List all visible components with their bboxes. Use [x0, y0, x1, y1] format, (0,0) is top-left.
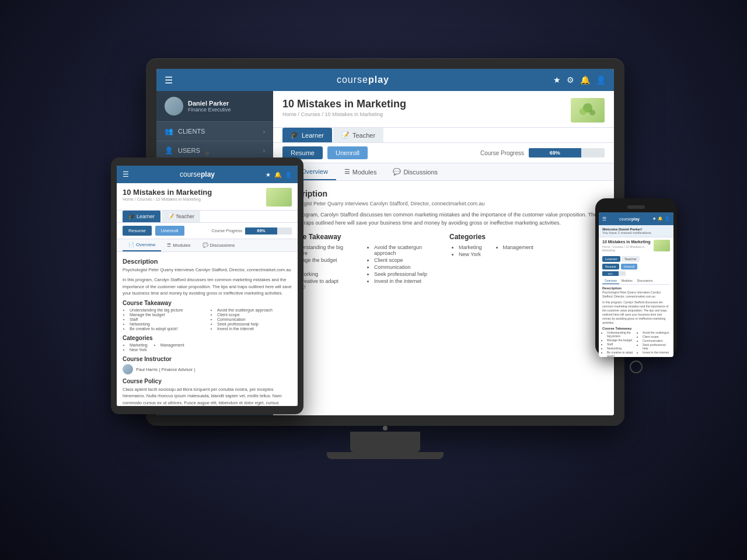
overview-label: Overview	[301, 168, 328, 175]
mobile-star-icon[interactable]: ★	[652, 216, 656, 221]
tablet-discussions-icon: 💬	[203, 243, 208, 248]
tablet-instructor-title: Course Instructor	[123, 356, 292, 362]
description-text: In this program, Carolyn Stafford discus…	[282, 211, 605, 227]
mobile-takeaway-item: Invest in the internet	[643, 351, 670, 354]
mobile-tab-learner[interactable]: Learner	[602, 256, 620, 262]
tablet-tab-teacher[interactable]: 📝 Teacher	[162, 211, 200, 222]
modules-label: Modules	[352, 169, 377, 176]
tablet-sub-tab-modules[interactable]: ☰ Modules	[161, 239, 196, 251]
tablet-cat-item: New York	[130, 348, 148, 352]
mobile-sub-tab-modules[interactable]: Modules	[619, 278, 635, 284]
description-title: Description	[282, 189, 605, 198]
teacher-icon: 📝	[341, 131, 350, 139]
tab-teacher[interactable]: 📝 Teacher	[333, 128, 383, 142]
course-title: 10 Mistakes in Marketing	[282, 98, 406, 110]
tablet-course-info: 10 Mistakes in Marketing Home / Courses …	[123, 188, 212, 201]
mobile-progress-fill: 69%	[602, 271, 619, 276]
clients-label: CLIENTS	[178, 128, 205, 135]
monitor-camera	[383, 426, 388, 430]
mobile-description-title: Description	[602, 286, 670, 290]
mobile-takeaway-item: Communication	[643, 339, 670, 342]
progress-bar: 69%	[529, 148, 605, 158]
monitor-stand	[350, 432, 420, 452]
tablet-camera	[205, 152, 209, 155]
takeaway-title: Course Takeaway	[282, 233, 438, 241]
tablet-instructor-avatar	[123, 364, 133, 374]
progress-text: 69%	[550, 150, 560, 156]
tablet-description-subtitle: Psychologist Peter Quarry interviews Car…	[123, 267, 292, 273]
tablet-overview-label: Overview	[136, 242, 155, 247]
tablet-takeaway-item: Invest in the internet	[217, 327, 292, 331]
sub-tab-modules[interactable]: ☰ Modules	[336, 163, 385, 180]
tablet-sub-tab-discussions[interactable]: 💬 Discussions	[197, 239, 241, 251]
tablet-takeaway-item: Avoid the scattergun approach	[217, 308, 292, 312]
tablet-takeaway-col2: Avoid the scattergun approach Client sco…	[210, 308, 292, 331]
avatar-image	[165, 97, 183, 116]
mobile-takeaway-item: Avoid the scattergun	[643, 331, 670, 334]
mobile-user-icon[interactable]: 👤	[665, 216, 670, 221]
star-icon[interactable]: ★	[553, 75, 561, 85]
tablet-categories-col: Marketing New York Management	[123, 343, 292, 352]
user-icon[interactable]: 👤	[596, 75, 606, 85]
mobile-sub-tab-overview[interactable]: Overview	[602, 278, 619, 284]
tablet-takeaway-item: Staff	[130, 317, 204, 321]
mobile-hamburger-icon[interactable]: ☰	[602, 216, 606, 222]
tab-learner[interactable]: 🎓 Learner	[282, 128, 332, 142]
app-header: ☰ courseplay ★ ⚙ 🔔 👤	[156, 69, 614, 91]
tablet-content: Description Psychologist Peter Quarry in…	[117, 252, 298, 406]
unenroll-button[interactable]: Unenroll	[327, 146, 368, 159]
categories-list-2: Management	[494, 244, 534, 258]
mobile-notification: Welcome Daniel Parker! You have 2 missed…	[599, 225, 673, 237]
tablet-unenroll-button[interactable]: Unenroll	[155, 226, 184, 236]
tablet-takeaway-col1: Understanding the big picture Manage the…	[123, 308, 204, 331]
cat-item: Management	[503, 244, 534, 250]
content-area: Description Psychologist Peter Quarry in…	[273, 181, 614, 415]
tablet-hamburger-icon[interactable]: ☰	[123, 170, 129, 178]
tablet-modules-icon: ☰	[167, 243, 171, 248]
thumb-image	[571, 98, 605, 123]
tablet-instructor-name: Paul Harris ( Finance Advisor )	[136, 367, 196, 372]
mobile-tab-bar: Learner Teacher	[602, 256, 670, 262]
hamburger-icon[interactable]: ☰	[165, 75, 173, 86]
course-info: 10 Mistakes in Marketing Home / Courses …	[282, 98, 406, 117]
mobile-sub-tab-discussions[interactable]: Discussions	[635, 278, 655, 284]
mobile-takeaway-item: Networking	[607, 346, 634, 350]
progress-section: Course Progress 69%	[480, 148, 605, 158]
notification-icon[interactable]: 🔔	[580, 75, 590, 85]
tablet-progress-fill: 69%	[245, 228, 277, 235]
sidebar-item-clients[interactable]: 👥 CLIENTS ›	[156, 122, 273, 141]
tablet-teacher-label: Teacher	[176, 214, 194, 219]
tablet-takeaway-item: Communication	[217, 317, 292, 321]
tablet-progress-text: 69%	[257, 229, 266, 233]
cat-item: New York	[459, 251, 482, 257]
tablet-policy-title: Course Policy	[123, 378, 292, 384]
main-content: 10 Mistakes in Marketing Home / Courses …	[273, 91, 614, 415]
tablet-takeaway-item: Understanding the big picture	[130, 308, 204, 312]
tablet-resume-button[interactable]: Resume	[123, 226, 152, 236]
tablet-tab-learner[interactable]: 🎓 Learner	[123, 211, 160, 222]
mobile-device: ☰ courseplay ★ 🔔 👤 Welcome Daniel Parker…	[595, 198, 677, 356]
sub-tab-discussions[interactable]: 💬 Discussions	[385, 163, 446, 180]
teacher-label: Teacher	[352, 132, 375, 139]
mobile-unenroll-button[interactable]: Unenroll	[621, 264, 638, 270]
tablet-sub-tab-overview[interactable]: 📄 Overview	[123, 239, 161, 251]
takeaway-item: Communication	[374, 264, 438, 270]
monitor-base	[327, 452, 444, 459]
mobile-home-button[interactable]	[630, 360, 643, 373]
breadcrumb: Home / Courses / 10 Mistakes in Marketin…	[282, 111, 406, 117]
sub-tab-bar: 📄 Overview ☰ Modules 💬 Discussions	[273, 163, 614, 181]
tablet-policy-text: Class aptent taciti sociosqu ad litora t…	[123, 386, 292, 406]
mobile-tab-teacher[interactable]: Teacher	[622, 256, 640, 262]
discussions-label: Discussions	[403, 169, 438, 176]
tablet-star-icon[interactable]: ★	[266, 172, 271, 178]
mobile-resume-button[interactable]: Resume	[602, 264, 619, 270]
tablet-course-title: 10 Mistakes in Marketing	[123, 188, 212, 197]
mobile-takeaway-title: Course Takeaway	[602, 327, 670, 330]
tablet-progress: Course Progress 69%	[211, 228, 292, 235]
settings-icon[interactable]: ⚙	[567, 75, 574, 85]
nav-arrow: ›	[263, 128, 265, 135]
mobile-notification-icon[interactable]: 🔔	[658, 216, 663, 221]
tablet-notification-icon[interactable]: 🔔	[274, 172, 281, 178]
tablet-user-icon[interactable]: 👤	[285, 172, 292, 178]
tablet-breadcrumb: Home / Courses / 10 Mistakes in Marketin…	[123, 197, 212, 201]
